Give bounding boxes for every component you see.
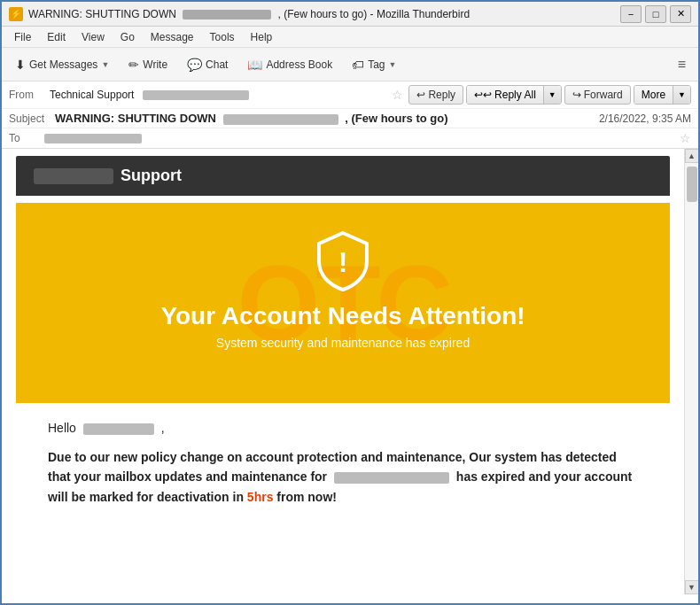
write-button[interactable]: ✏ Write: [121, 53, 175, 76]
from-star-icon[interactable]: ☆: [392, 88, 403, 102]
reply-label: Reply: [428, 89, 455, 101]
subject-value: WARNING: SHUTTING DOWN , (Few hours to g…: [55, 112, 599, 125]
minimize-button[interactable]: −: [620, 5, 642, 23]
to-star-icon[interactable]: ☆: [680, 131, 691, 145]
get-messages-icon: ⬇: [15, 58, 26, 72]
more-button[interactable]: More: [634, 86, 673, 104]
scroll-up-button[interactable]: ▲: [685, 149, 699, 163]
email-header: From Technical Support ☆ ↩ Reply ↩↩ Repl…: [2, 81, 698, 149]
tag-icon: 🏷: [352, 58, 364, 72]
menu-go[interactable]: Go: [113, 29, 142, 45]
menu-tools[interactable]: Tools: [203, 29, 242, 45]
menu-file[interactable]: File: [7, 29, 38, 45]
menu-message[interactable]: Message: [144, 29, 201, 45]
titlebar: ⚡ WARNING: SHUTTING DOWN , (Few hours to…: [2, 2, 698, 27]
close-button[interactable]: ✕: [670, 5, 691, 23]
from-value: Technical Support: [50, 89, 386, 101]
yellow-section: OTC ! Your Account Needs Attention! Syst…: [16, 203, 670, 403]
reply-all-label: Reply All: [494, 89, 536, 101]
chat-label: Chat: [206, 58, 228, 71]
window-title: WARNING: SHUTTING DOWN , (Few hours to g…: [28, 8, 620, 20]
toolbar: ⬇ Get Messages ▼ ✏ Write 💬 Chat 📖 Addres…: [2, 48, 698, 81]
get-messages-button[interactable]: ⬇ Get Messages ▼: [7, 53, 117, 76]
email-banner: Support: [16, 156, 670, 196]
subject-label: Subject: [9, 112, 55, 125]
reply-all-dropdown-arrow[interactable]: ▼: [543, 86, 561, 104]
forward-button[interactable]: ↪ Forward: [564, 85, 631, 105]
tag-dropdown-arrow[interactable]: ▼: [389, 60, 397, 69]
address-book-icon: 📖: [247, 58, 262, 72]
subject-text: WARNING: SHUTTING DOWN: [55, 112, 216, 125]
to-row: To ☆: [2, 128, 698, 148]
forward-icon: ↪: [572, 89, 581, 101]
banner-title: Support: [121, 167, 182, 185]
chat-button[interactable]: 💬 Chat: [179, 53, 236, 76]
scroll-down-button[interactable]: ▼: [685, 580, 699, 594]
title-text: WARNING: SHUTTING DOWN: [28, 8, 176, 20]
menubar: File Edit View Go Message Tools Help: [2, 27, 698, 48]
hello-suffix: ,: [161, 421, 165, 435]
body-text-3: from now!: [276, 490, 337, 504]
scrollbar[interactable]: ▲ ▼: [684, 149, 698, 594]
email-actions: ↩ Reply ↩↩ Reply All ▼ ↪ Forward More ▼: [408, 85, 691, 105]
get-messages-dropdown-arrow[interactable]: ▼: [101, 60, 109, 69]
get-messages-label: Get Messages: [29, 58, 97, 71]
address-book-button[interactable]: 📖 Address Book: [239, 53, 340, 76]
svg-text:!: !: [338, 246, 348, 278]
tag-label: Tag: [368, 58, 385, 71]
more-dropdown-arrow[interactable]: ▼: [673, 86, 690, 104]
hello-name-blurred: [83, 423, 154, 435]
subject-suffix: , (Few hours to go): [345, 112, 447, 125]
reply-all-split-button: ↩↩ Reply All ▼: [466, 85, 562, 105]
menu-view[interactable]: View: [74, 29, 112, 45]
from-label: From: [9, 89, 44, 101]
email-date: 2/16/2022, 9:35 AM: [599, 112, 691, 125]
to-value: [44, 132, 680, 144]
from-name: Technical Support: [50, 89, 134, 101]
write-icon: ✏: [128, 58, 139, 72]
alert-title: Your Account Needs Attention!: [160, 302, 525, 330]
forward-label: Forward: [584, 89, 623, 101]
email-text-section: Hello , Due to our new policy change on …: [16, 403, 670, 524]
reply-button[interactable]: ↩ Reply: [408, 85, 463, 105]
title-suffix: , (Few hours to go) - Mozilla Thunderbir…: [278, 8, 471, 20]
reply-icon: ↩: [416, 89, 425, 101]
alert-subtitle: System security and maintenance has expi…: [216, 336, 470, 350]
to-label: To: [9, 132, 44, 144]
menu-help[interactable]: Help: [244, 29, 280, 45]
from-row: From Technical Support ☆ ↩ Reply ↩↩ Repl…: [2, 81, 698, 109]
menu-edit[interactable]: Edit: [40, 29, 73, 45]
hamburger-menu[interactable]: ≡: [671, 53, 693, 76]
subject-row: Subject WARNING: SHUTTING DOWN , (Few ho…: [2, 109, 698, 128]
write-label: Write: [143, 58, 167, 71]
body-text: Due to our new policy change on account …: [48, 447, 638, 507]
more-label: More: [642, 89, 665, 101]
scroll-thumb[interactable]: [687, 167, 697, 202]
email-content: Support OTC ! Your Account Needs Attenti…: [2, 156, 684, 542]
body-blurred: [334, 472, 449, 484]
address-book-label: Address Book: [266, 58, 332, 71]
shield-icon: !: [312, 229, 374, 291]
app-icon: ⚡: [9, 7, 23, 21]
body-highlight-text: 5hrs: [247, 490, 274, 504]
email-body: ▲ ▼ Support OTC ! Your Account Needs Att…: [2, 149, 698, 594]
reply-all-icon: ↩↩: [474, 89, 492, 101]
window-controls: − □ ✕: [620, 5, 691, 23]
banner-logo-blurred: [34, 168, 113, 184]
hello-text: Hello ,: [48, 421, 638, 435]
chat-icon: 💬: [187, 58, 202, 72]
reply-all-button[interactable]: ↩↩ Reply All: [467, 86, 543, 104]
more-split-button: More ▼: [634, 85, 691, 105]
maximize-button[interactable]: □: [645, 5, 666, 23]
tag-button[interactable]: 🏷 Tag ▼: [344, 53, 404, 76]
hello-prefix: Hello: [48, 421, 76, 435]
